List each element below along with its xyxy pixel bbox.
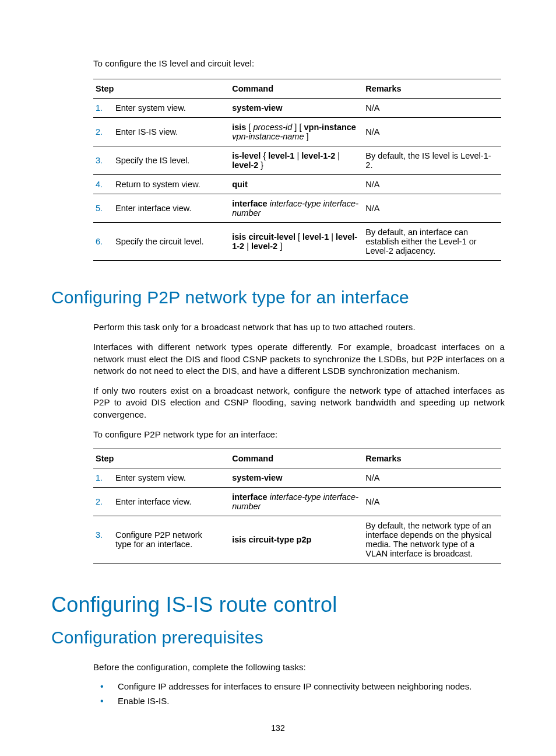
table-p2p: Step Command Remarks 1.Enter system view… [93, 449, 501, 564]
command-cell: interface interface-type interface-numbe… [232, 488, 365, 516]
p2p-para-4: To configure P2P network type for an int… [93, 429, 505, 440]
table-row: 6.Specify the circuit level.isis circuit… [93, 223, 501, 261]
remarks-cell: N/A [365, 468, 501, 488]
command-cell: is-level { level-1 | level-1-2 | level-2… [232, 146, 365, 175]
table-row: 3.Configure P2P network type for an inte… [93, 516, 501, 564]
step-number: 2. [96, 127, 115, 136]
step-number: 6. [96, 237, 115, 246]
command-cell: isis [ process-id ] [ vpn-instance vpn-i… [232, 118, 365, 146]
step-description: Enter system view. [115, 103, 220, 113]
command-cell: system-view [232, 99, 365, 118]
step-description: Specify the IS level. [115, 156, 220, 165]
step-cell: 1.Enter system view. [93, 468, 232, 488]
heading-route-control: Configuring IS-IS route control [51, 593, 505, 617]
remarks-cell: N/A [365, 488, 501, 516]
step-description: Specify the circuit level. [115, 237, 220, 246]
step-description: Enter interface view. [115, 204, 220, 213]
step-number: 3. [96, 530, 115, 540]
heading-p2p: Configuring P2P network type for an inte… [51, 288, 505, 307]
remarks-cell: N/A [365, 99, 501, 118]
step-number: 4. [96, 180, 115, 189]
step-number: 1. [96, 473, 115, 482]
th-command: Command [232, 449, 365, 468]
step-number: 3. [96, 156, 115, 165]
list-item: Enable IS-IS. [93, 696, 505, 706]
step-cell: 2.Enter interface view. [93, 488, 232, 516]
p2p-para-1: Perform this task only for a broadcast n… [93, 321, 505, 333]
table-row: 2.Enter IS-IS view.isis [ process-id ] [… [93, 118, 501, 146]
table-row: 3.Specify the IS level.is-level { level-… [93, 146, 501, 175]
command-cell: interface interface-type interface-numbe… [232, 194, 365, 223]
command-cell: system-view [232, 468, 365, 488]
th-step: Step [93, 79, 232, 99]
remarks-cell: N/A [365, 194, 501, 223]
table-row: 1.Enter system view.system-viewN/A [93, 468, 501, 488]
prereq-intro: Before the configuration, complete the f… [93, 662, 505, 673]
command-cell: quit [232, 175, 365, 194]
p2p-para-3: If only two routers exist on a broadcast… [93, 385, 505, 421]
remarks-cell: N/A [365, 175, 501, 194]
step-number: 1. [96, 103, 115, 113]
table-row: 5.Enter interface view.interface interfa… [93, 194, 501, 223]
step-cell: 3.Configure P2P network type for an inte… [93, 516, 232, 564]
intro-text-1: To configure the IS level and circuit le… [93, 58, 505, 68]
table-row: 1.Enter system view.system-viewN/A [93, 99, 501, 118]
step-description: Return to system view. [115, 180, 220, 189]
step-cell: 1.Enter system view. [93, 99, 232, 118]
step-description: Enter IS-IS view. [115, 127, 220, 136]
step-cell: 6.Specify the circuit level. [93, 223, 232, 261]
remarks-cell: By default, the IS level is Level-1-2. [365, 146, 501, 175]
th-step: Step [93, 449, 232, 468]
remarks-cell: By default, the network type of an inter… [365, 516, 501, 564]
remarks-cell: N/A [365, 118, 501, 146]
th-remarks: Remarks [365, 449, 501, 468]
th-command: Command [232, 79, 365, 99]
heading-prereq: Configuration prerequisites [51, 628, 505, 648]
table-is-level: Step Command Remarks 1.Enter system view… [93, 79, 501, 261]
step-number: 2. [96, 497, 115, 506]
step-cell: 2.Enter IS-IS view. [93, 118, 232, 146]
step-description: Configure P2P network type for an interf… [115, 530, 220, 549]
table-row: 4.Return to system view.quitN/A [93, 175, 501, 194]
step-cell: 4.Return to system view. [93, 175, 232, 194]
step-number: 5. [96, 204, 115, 213]
command-cell: isis circuit-level [ level-1 | level-1-2… [232, 223, 365, 261]
th-remarks: Remarks [365, 79, 501, 99]
p2p-para-2: Interfaces with different network types … [93, 341, 505, 377]
step-description: Enter interface view. [115, 497, 220, 506]
page-number: 132 [0, 723, 556, 733]
list-item: Configure IP addresses for interfaces to… [93, 681, 505, 691]
step-cell: 5.Enter interface view. [93, 194, 232, 223]
remarks-cell: By default, an interface can establish e… [365, 223, 501, 261]
command-cell: isis circuit-type p2p [232, 516, 365, 564]
step-description: Enter system view. [115, 473, 220, 482]
table-row: 2.Enter interface view.interface interfa… [93, 488, 501, 516]
prereq-bullets: Configure IP addresses for interfaces to… [93, 681, 505, 706]
step-cell: 3.Specify the IS level. [93, 146, 232, 175]
